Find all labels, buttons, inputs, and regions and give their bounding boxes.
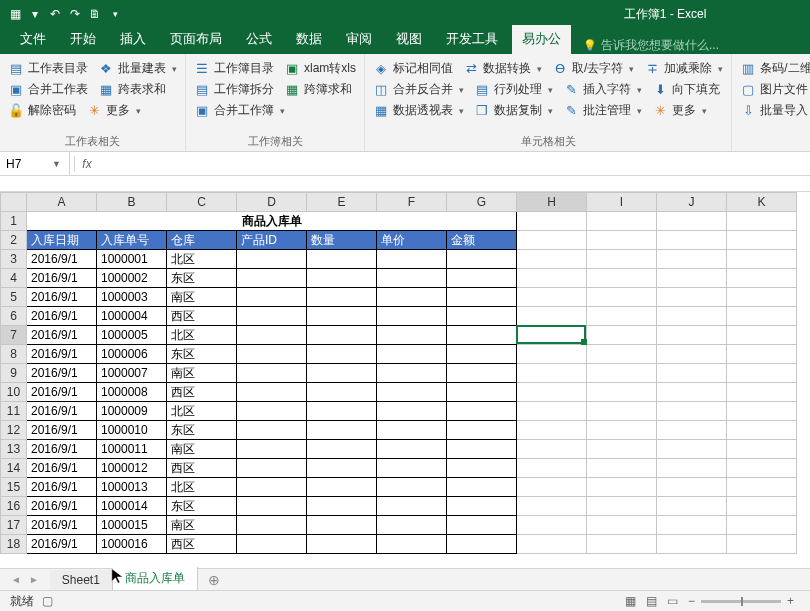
col-header-K[interactable]: K	[727, 193, 797, 212]
btn-xlam-convert[interactable]: ▣xlam转xls	[284, 60, 356, 77]
cell[interactable]	[727, 383, 797, 402]
tell-me-search[interactable]: 告诉我您想要做什么...	[583, 37, 719, 54]
cell[interactable]: 2016/9/1	[27, 364, 97, 383]
cell[interactable]	[517, 269, 587, 288]
cell[interactable]	[517, 288, 587, 307]
cell[interactable]: 1000015	[97, 516, 167, 535]
cell[interactable]: 1000016	[97, 535, 167, 554]
cell[interactable]	[727, 440, 797, 459]
btn-rowcol[interactable]: ▤行列处理	[474, 81, 553, 98]
name-box[interactable]: ▼	[0, 152, 70, 175]
cell[interactable]	[447, 402, 517, 421]
cell[interactable]	[307, 288, 377, 307]
cell[interactable]	[377, 345, 447, 364]
cell[interactable]	[307, 497, 377, 516]
col-header-C[interactable]: C	[167, 193, 237, 212]
row-header-6[interactable]: 6	[1, 307, 27, 326]
cell[interactable]	[587, 250, 657, 269]
cell[interactable]	[517, 497, 587, 516]
cell[interactable]	[447, 535, 517, 554]
cell[interactable]: 1000007	[97, 364, 167, 383]
cell[interactable]	[307, 421, 377, 440]
row-header-3[interactable]: 3	[1, 250, 27, 269]
cell[interactable]	[587, 516, 657, 535]
column-header[interactable]: 仓库	[167, 231, 237, 250]
tab-data[interactable]: 数据	[286, 25, 332, 54]
cell[interactable]	[657, 421, 727, 440]
cell[interactable]	[727, 402, 797, 421]
cell[interactable]	[517, 307, 587, 326]
cell[interactable]	[307, 383, 377, 402]
row-header-10[interactable]: 10	[1, 383, 27, 402]
cell[interactable]	[727, 478, 797, 497]
cell[interactable]: 2016/9/1	[27, 478, 97, 497]
row-header-15[interactable]: 15	[1, 478, 27, 497]
cell[interactable]	[377, 383, 447, 402]
row-header-1[interactable]: 1	[1, 212, 27, 231]
column-header[interactable]: 入库单号	[97, 231, 167, 250]
cell[interactable]: 北区	[167, 326, 237, 345]
cell[interactable]: 1000013	[97, 478, 167, 497]
btn-data-convert[interactable]: ⇄数据转换	[463, 60, 542, 77]
cell[interactable]: 东区	[167, 345, 237, 364]
cell[interactable]: 2016/9/1	[27, 307, 97, 326]
cell[interactable]	[727, 307, 797, 326]
cell[interactable]: 南区	[167, 516, 237, 535]
btn-merge-unmerge[interactable]: ◫合并反合并	[373, 81, 464, 98]
qat-save-icon[interactable]: ▾	[28, 7, 42, 21]
col-header-A[interactable]: A	[27, 193, 97, 212]
cell[interactable]	[727, 345, 797, 364]
qat-undo-icon[interactable]: ↶	[48, 7, 62, 21]
cell[interactable]: 1000009	[97, 402, 167, 421]
tab-yibangong[interactable]: 易办公	[512, 25, 571, 54]
cell[interactable]	[377, 250, 447, 269]
view-normal-icon[interactable]: ▦	[625, 594, 636, 608]
cell[interactable]	[307, 326, 377, 345]
btn-merge-sheet[interactable]: ▣合并工作表	[8, 81, 88, 98]
cell[interactable]	[237, 307, 307, 326]
cell[interactable]: 1000011	[97, 440, 167, 459]
name-box-input[interactable]	[6, 157, 50, 171]
cell[interactable]	[517, 383, 587, 402]
col-header-F[interactable]: F	[377, 193, 447, 212]
btn-batch-sheet[interactable]: ❖批量建表	[98, 60, 177, 77]
cell[interactable]	[447, 364, 517, 383]
btn-arith[interactable]: ∓加减乘除	[644, 60, 723, 77]
cell[interactable]: 2016/9/1	[27, 288, 97, 307]
cell[interactable]	[447, 288, 517, 307]
cell[interactable]: 1000002	[97, 269, 167, 288]
cell[interactable]	[727, 326, 797, 345]
cell[interactable]	[237, 288, 307, 307]
cell[interactable]	[587, 421, 657, 440]
cell[interactable]	[657, 516, 727, 535]
column-header[interactable]: 数量	[307, 231, 377, 250]
spreadsheet-grid[interactable]: ABCDEFGHIJK1商品入库单2入库日期入库单号仓库产品ID数量单价金额32…	[0, 192, 797, 554]
cell[interactable]	[657, 440, 727, 459]
cell[interactable]	[237, 440, 307, 459]
cell[interactable]	[447, 269, 517, 288]
cell[interactable]: 北区	[167, 250, 237, 269]
row-header-5[interactable]: 5	[1, 288, 27, 307]
cell[interactable]	[307, 307, 377, 326]
cell[interactable]	[377, 288, 447, 307]
cell[interactable]	[587, 459, 657, 478]
btn-data-copy[interactable]: ❐数据复制	[474, 102, 553, 119]
cell[interactable]	[657, 497, 727, 516]
cell[interactable]	[237, 326, 307, 345]
cell[interactable]	[237, 478, 307, 497]
cell[interactable]: 1000010	[97, 421, 167, 440]
row-header-14[interactable]: 14	[1, 459, 27, 478]
cell[interactable]	[727, 535, 797, 554]
btn-pivot[interactable]: ▦数据透视表	[373, 102, 464, 119]
cell[interactable]	[587, 383, 657, 402]
cell[interactable]: 2016/9/1	[27, 326, 97, 345]
cell[interactable]: 东区	[167, 269, 237, 288]
cell[interactable]	[587, 402, 657, 421]
cell[interactable]: 2016/9/1	[27, 459, 97, 478]
cell[interactable]	[587, 364, 657, 383]
cell[interactable]	[237, 250, 307, 269]
cell[interactable]: 1000005	[97, 326, 167, 345]
cell[interactable]	[587, 231, 657, 250]
cell[interactable]	[447, 345, 517, 364]
btn-batch-import[interactable]: ⇩批量导入	[740, 102, 808, 119]
